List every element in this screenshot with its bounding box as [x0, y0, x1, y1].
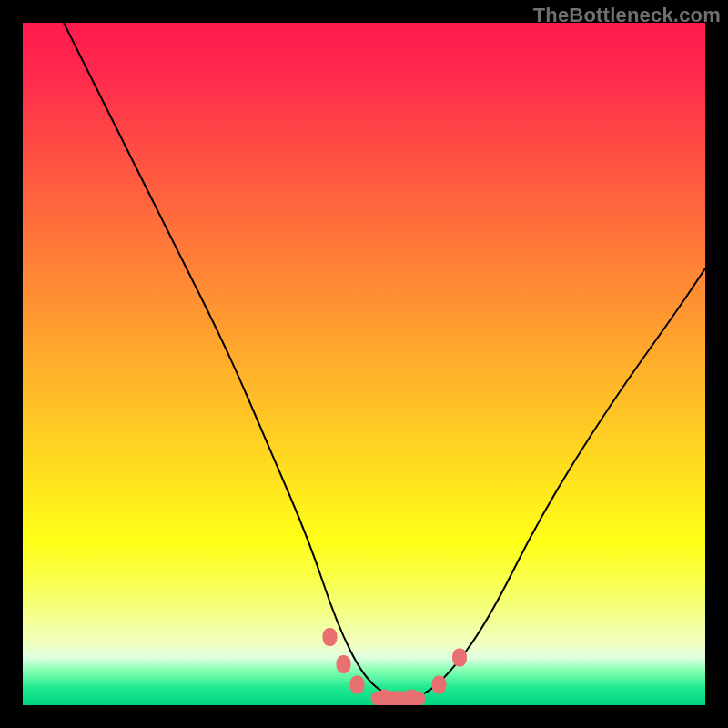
watermark-text: TheBottleneck.com: [533, 4, 721, 27]
marker-point: [350, 676, 365, 694]
chart-plot-area: [23, 23, 705, 705]
bottleneck-curve-svg: [23, 23, 705, 705]
bottleneck-curve: [64, 23, 705, 699]
marker-point: [432, 676, 447, 694]
marker-point: [323, 628, 338, 646]
marker-point: [337, 655, 351, 673]
marker-point: [452, 649, 467, 667]
marker-flat-run: [371, 692, 426, 706]
